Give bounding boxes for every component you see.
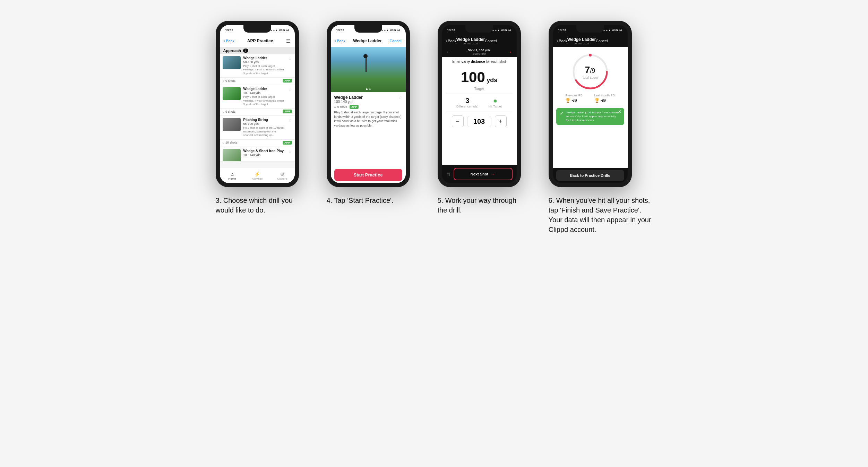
phone1-notch xyxy=(243,25,271,33)
p3-wifi-icon: WiFi xyxy=(501,29,507,32)
drill-name-3: Pitching String xyxy=(243,118,285,122)
drill-item-3[interactable]: Pitching String 55-100 yds Hit 1 shot at… xyxy=(220,116,295,139)
score-circle: 7/9 Total Score xyxy=(571,53,609,91)
shot-nav: ← Shot 1, 100 yds Score 5/9 → xyxy=(442,47,517,57)
check-icon: ✓ xyxy=(560,111,564,116)
previous-pb: Previous PB 🏆 -/9 xyxy=(565,94,583,103)
drill-item-4[interactable]: Wedge & Short Iron Play 100-140 yds ☆ xyxy=(220,147,295,162)
drill-star-3[interactable]: ☆ xyxy=(288,118,292,123)
drill-thumb-4 xyxy=(223,149,241,162)
category-label: Approach xyxy=(223,49,241,53)
minus-button[interactable]: − xyxy=(452,115,464,127)
drill-star-1[interactable]: ☆ xyxy=(288,56,292,61)
lastmonth-pb: Last month PB 🏆 -/9 xyxy=(594,94,615,103)
phone2-back-button[interactable]: ‹ Back xyxy=(335,39,345,43)
phone4-time: 13:03 xyxy=(558,28,566,32)
phone1-nav-title: APP Practice xyxy=(234,38,286,43)
drill-image xyxy=(331,47,406,92)
phone3-footer: 🗑 Next Shot → xyxy=(442,165,517,183)
signal-icon: ▲▲▲ xyxy=(270,29,278,32)
app-badge-3: APP xyxy=(283,141,292,145)
phone2-cancel-button[interactable]: Cancel xyxy=(389,39,401,43)
svg-point-2 xyxy=(589,54,592,57)
score-numerator: 7 xyxy=(585,64,590,75)
phone2-status-icons: ▲▲▲ WiFi 46 xyxy=(381,29,400,32)
caption-1-step: 3. xyxy=(216,197,222,204)
phone2-drill-range: 100-140 yds xyxy=(334,100,363,104)
caption-1-text: Choose which drill you would like to do. xyxy=(216,197,293,214)
phone4-nav-subtitle: 06 Mar 2023 xyxy=(567,42,596,45)
target-display: 100 yds xyxy=(442,65,517,87)
prev-shot-arrow[interactable]: ← xyxy=(446,49,452,55)
phone3-cancel-button[interactable]: Cancel xyxy=(485,39,497,43)
phone4-back-button[interactable]: ‹ Back xyxy=(557,39,567,43)
success-close-button[interactable]: ✕ xyxy=(618,109,621,114)
p2-battery-icon: 46 xyxy=(397,29,400,32)
caption-4-step: 6. xyxy=(549,197,555,204)
drill-info-2: Wedge Ladder 100-140 yds Play 1 shot at … xyxy=(243,87,285,106)
tab-home[interactable]: ⌂ Home xyxy=(220,168,245,183)
phone3-nav-title: Wedge Ladder xyxy=(456,37,485,42)
phone4-cancel-button[interactable]: Cancel xyxy=(596,39,608,43)
hit-target-label: Hit Target xyxy=(489,105,502,108)
phone4-section: 13:03 ▲▲▲ WiFi 46 ‹ Back Wedge Ladder 06… xyxy=(549,21,653,234)
drill-star-p2[interactable]: ☆ xyxy=(398,95,402,100)
drill-item-2[interactable]: Wedge Ladder 100-140 yds Play 1 shot at … xyxy=(220,85,295,109)
tab-home-label: Home xyxy=(229,177,236,180)
caption-3: 5. Work your way through the drill. xyxy=(438,196,528,215)
start-practice-button[interactable]: Start Practice xyxy=(334,169,402,181)
phone3-time: 13:03 xyxy=(447,28,455,32)
drill-thumb-img-3 xyxy=(223,118,241,131)
drill-thumb-img-1 xyxy=(223,56,241,69)
drill-range-1: 50-100 yds xyxy=(243,60,285,64)
phone3-back-button[interactable]: ‹ Back xyxy=(446,39,456,43)
phone1-status-icons: ▲▲▲ WiFi 46 xyxy=(270,29,289,32)
tab-capture[interactable]: ⊕ Capture xyxy=(270,168,295,183)
dot-1 xyxy=(366,88,368,90)
target-value: 100 xyxy=(461,69,485,85)
phone2-frame: 13:02 ▲▲▲ WiFi 46 ‹ Back Wedge Ladder Ca… xyxy=(327,21,410,187)
drill-star-4[interactable]: ☆ xyxy=(288,149,292,154)
lastmonth-pb-label: Last month PB xyxy=(594,94,615,97)
drill-desc-2: Play 1 shot at each target yardage. If y… xyxy=(243,95,285,106)
next-shot-button[interactable]: Next Shot → xyxy=(454,168,513,180)
result-row: 3 Difference (yds) ● Hit Target xyxy=(446,94,513,111)
back-to-drills-button[interactable]: Back to Practice Drills xyxy=(556,170,624,181)
next-arrow-icon: → xyxy=(490,171,495,177)
p4-signal-icon: ▲▲▲ xyxy=(603,29,611,32)
p4-battery-icon: 46 xyxy=(619,29,622,32)
golfer-head xyxy=(363,54,368,58)
phone4-status-icons: ▲▲▲ WiFi 46 xyxy=(603,29,622,32)
drill-item-1[interactable]: Wedge Ladder 50-100 yds Play 1 shot at e… xyxy=(220,54,295,78)
drill-desc-1: Play 1 shot at each target yardage. If y… xyxy=(243,64,285,75)
drill-info-3: Pitching String 55-100 yds Hit 1 shot at… xyxy=(243,118,285,137)
shot-label: Shot 1, 100 yds xyxy=(468,49,491,52)
phone3-nav-bar: ‹ Back Wedge Ladder 06 Mar 2023 Cancel xyxy=(442,35,517,47)
next-shot-arrow[interactable]: → xyxy=(507,49,513,55)
difference-item: 3 Difference (yds) xyxy=(456,97,478,108)
p3-battery-icon: 46 xyxy=(508,29,511,32)
phone3-nav-center: Wedge Ladder 06 Mar 2023 xyxy=(456,37,485,45)
phone2-notch xyxy=(354,25,382,33)
phone1-back-button[interactable]: ‹ Back xyxy=(224,39,234,43)
phone1-menu-button[interactable]: ☰ xyxy=(286,38,291,44)
drill-star-2[interactable]: ☆ xyxy=(288,87,292,92)
distance-input[interactable]: 103 xyxy=(467,116,491,127)
delete-icon[interactable]: 🗑 xyxy=(446,171,451,177)
drill-range-4: 100-140 yds xyxy=(243,153,285,157)
difference-label: Difference (yds) xyxy=(456,105,478,108)
plus-button[interactable]: + xyxy=(495,115,507,127)
caption-3-step: 5. xyxy=(438,197,444,204)
drill-footer-1: ○ 9 shots APP xyxy=(220,78,295,85)
tab-activities[interactable]: ⚡ Activities xyxy=(245,168,270,183)
phone2-nav-title: Wedge Ladder xyxy=(345,38,390,43)
page-container: 13:02 ▲▲▲ WiFi 46 ‹ Back APP Practice ☰ xyxy=(216,21,653,234)
phone2-drill-info: Wedge Ladder 100-140 yds ○ 9 shots APP xyxy=(334,95,363,109)
phone4-nav-bar: ‹ Back Wedge Ladder 06 Mar 2023 Cancel xyxy=(553,35,628,47)
phone1-content: Approach 7 Wedge Ladder 50-100 yds Play … xyxy=(220,47,295,168)
capture-icon: ⊕ xyxy=(280,171,284,177)
app-badge-1: APP xyxy=(283,79,292,83)
drill-thumb-img-4 xyxy=(223,149,241,162)
phone2-screen: 13:02 ▲▲▲ WiFi 46 ‹ Back Wedge Ladder Ca… xyxy=(331,25,406,183)
drill-desc-3: Hit 1 shot at each of the 10 target dist… xyxy=(243,126,285,137)
